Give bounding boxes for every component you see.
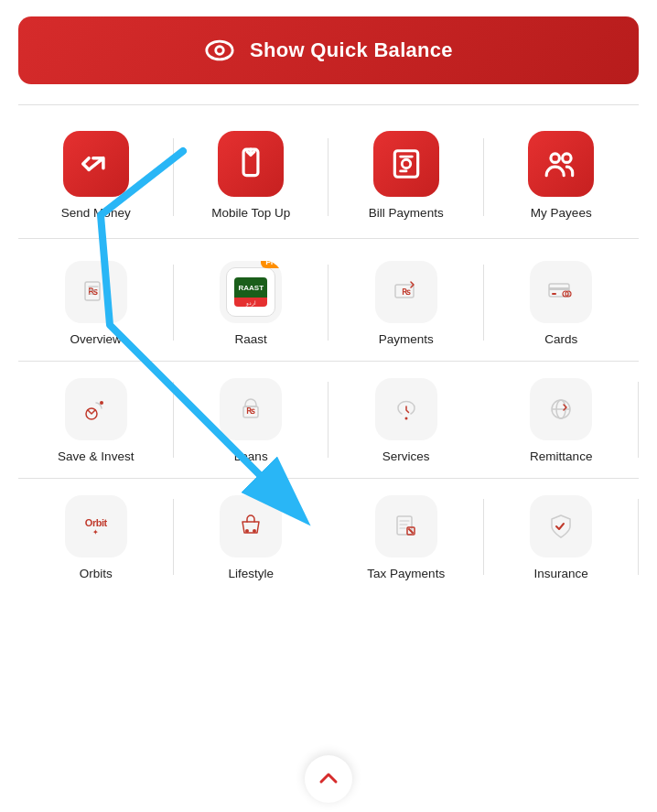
payments-icon: ₨ [391, 276, 422, 308]
services-icon [391, 394, 422, 425]
grid-row-divider-2 [18, 478, 639, 479]
svg-text:₨: ₨ [87, 287, 97, 297]
svg-point-5 [551, 154, 560, 163]
bill-payments-label: Bill Payments [369, 206, 444, 220]
raast-item[interactable]: Free RAAST اردو Raast [174, 248, 329, 357]
cards-item[interactable]: Cards [484, 248, 640, 357]
tax-payments-label: Tax Payments [367, 567, 445, 580]
overview-item[interactable]: ₨ Overview [18, 248, 174, 357]
svg-rect-13 [552, 293, 556, 295]
svg-point-0 [207, 41, 232, 60]
send-money-label: Send Money [61, 206, 131, 220]
bill-payments-item[interactable]: Bill Payments [328, 122, 484, 233]
cards-icon-box [530, 261, 592, 323]
services-item[interactable]: Services [328, 365, 484, 474]
chevron-up-icon [318, 768, 339, 790]
tax-payments-item[interactable]: Tax Payments [328, 482, 484, 591]
divider-2 [18, 238, 639, 239]
save-invest-label: Save & Invest [58, 449, 134, 463]
overview-label: Overview [70, 332, 122, 346]
svg-rect-3 [394, 151, 417, 178]
free-badge: Free [261, 261, 282, 268]
lifestyle-icon-box [220, 495, 282, 558]
svg-text:₨: ₨ [402, 287, 411, 297]
orbits-logo: Orbit ✦ [65, 495, 127, 558]
raast-logo: RAAST اردو [226, 267, 275, 317]
grid-row-divider-1 [18, 361, 639, 362]
remittance-label: Remittance [530, 449, 592, 463]
bottom-bar [0, 748, 657, 812]
orbits-label: Orbits [80, 567, 113, 580]
remittance-item[interactable]: Remittance [484, 365, 640, 474]
quick-balance-button[interactable]: Show Quick Balance [18, 16, 639, 84]
divider-1 [18, 104, 639, 105]
cards-icon [545, 276, 576, 308]
insurance-item[interactable]: Insurance [484, 482, 640, 591]
top-row: Send Money Mobile Top Up Bill Payments [18, 122, 639, 233]
lifestyle-label: Lifestyle [228, 567, 274, 580]
lifestyle-item[interactable]: Lifestyle [174, 482, 329, 591]
send-money-icon [79, 146, 113, 181]
mobile-topup-icon [233, 146, 268, 181]
payments-icon-box: ₨ [375, 261, 437, 323]
insurance-icon-box [530, 495, 592, 558]
svg-point-25 [253, 529, 256, 533]
grid-section: ₨ Overview Free RAAST اردو [18, 248, 639, 591]
cards-label: Cards [544, 332, 577, 346]
bill-payments-icon [389, 146, 424, 181]
orbits-icon-box: Orbit ✦ [65, 495, 127, 558]
loans-icon: ₨ [235, 394, 266, 425]
eye-icon [204, 35, 235, 66]
bill-payments-icon-box [373, 131, 439, 197]
payments-label: Payments [379, 332, 434, 346]
my-payees-icon [544, 146, 578, 181]
mobile-topup-label: Mobile Top Up [211, 206, 290, 220]
orbits-item[interactable]: Orbit ✦ Orbits [18, 482, 174, 591]
my-payees-item[interactable]: My Payees [484, 122, 640, 233]
svg-text:₨: ₨ [246, 406, 255, 416]
lifestyle-icon [235, 511, 266, 542]
svg-rect-12 [549, 287, 569, 290]
services-label: Services [382, 449, 430, 463]
my-payees-label: My Payees [531, 206, 592, 220]
quick-balance-label: Show Quick Balance [250, 38, 453, 62]
tax-payments-icon [391, 511, 422, 542]
send-money-item[interactable]: Send Money [18, 122, 174, 233]
save-invest-item[interactable]: Save & Invest [18, 365, 174, 474]
save-invest-icon-box [65, 378, 127, 440]
services-icon-box [375, 378, 437, 440]
payments-item[interactable]: ₨ Payments [328, 248, 484, 357]
raast-icon-box: Free RAAST اردو [220, 261, 282, 323]
remittance-icon-box [530, 378, 592, 440]
overview-icon: ₨ [81, 276, 112, 308]
my-payees-icon-box [528, 131, 594, 197]
svg-point-24 [245, 529, 249, 533]
overview-icon-box: ₨ [65, 261, 127, 323]
insurance-label: Insurance [534, 567, 588, 580]
raast-label: Raast [235, 332, 267, 346]
svg-point-17 [100, 401, 103, 405]
send-money-icon-box [63, 131, 129, 197]
remittance-icon [545, 394, 576, 425]
svg-rect-26 [397, 516, 412, 535]
scroll-up-button[interactable] [305, 755, 352, 803]
svg-point-20 [404, 417, 407, 420]
loans-icon-box: ₨ [220, 378, 282, 440]
insurance-icon [545, 511, 576, 542]
loans-item[interactable]: ₨ Loans [174, 365, 329, 474]
main-container: Show Quick Balance Send Money Mobile Top… [0, 0, 657, 812]
save-invest-icon [81, 394, 112, 425]
svg-point-4 [402, 159, 411, 168]
svg-point-1 [216, 47, 224, 55]
mobile-topup-item[interactable]: Mobile Top Up [174, 122, 329, 233]
mobile-topup-icon-box [218, 131, 284, 197]
loans-label: Loans [234, 449, 268, 463]
svg-point-6 [563, 154, 572, 163]
tax-payments-icon-box [375, 495, 437, 558]
